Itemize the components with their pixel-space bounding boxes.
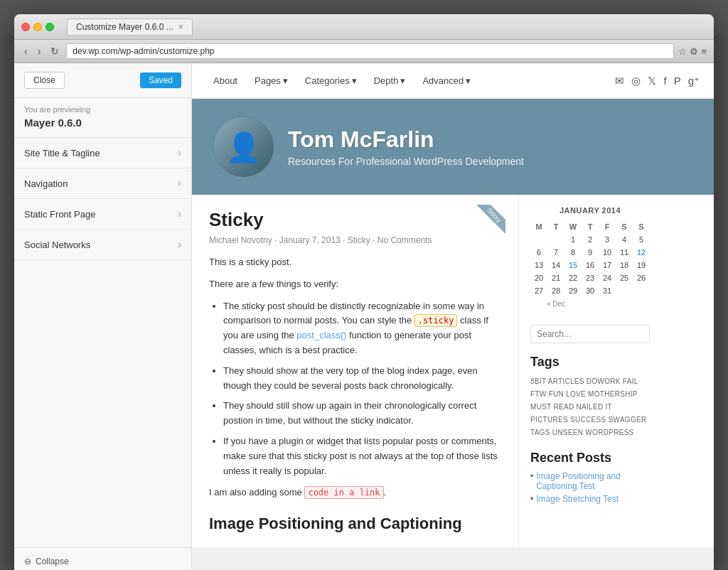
tab-title: Customize Mayer 0.6.0 ... xyxy=(76,22,173,32)
recent-posts-widget: Recent Posts • Image Positioning and Cap… xyxy=(530,451,650,504)
pinterest-icon[interactable]: P xyxy=(674,75,681,87)
sidebar-item-static-front-page[interactable]: Static Front Page › xyxy=(14,199,191,230)
back-button[interactable]: ‹ xyxy=(21,44,31,58)
post-verify-label: There are a few things to verify: xyxy=(209,277,501,292)
forward-button[interactable]: › xyxy=(35,44,44,58)
list-item: They should still show up again in their… xyxy=(223,399,501,429)
sticky-badge-wrap: Sticky Sticky xyxy=(209,209,501,231)
bullet-icon: • xyxy=(530,494,533,504)
avatar-image xyxy=(213,117,274,177)
nav-link-depth[interactable]: Depth ▾ xyxy=(367,70,413,92)
saved-badge: Saved xyxy=(140,72,181,88)
tags-list: 8BIT ARTICLES DOWORK FAIL FTW FUN LOVE M… xyxy=(530,375,650,439)
previewing-label: You are previewing xyxy=(14,98,191,117)
cal-header: M xyxy=(530,220,547,233)
calendar-row: 12345 xyxy=(530,233,650,246)
close-button[interactable]: Close xyxy=(24,72,65,89)
refresh-button[interactable]: ↻ xyxy=(48,44,62,58)
site-nav-links: About Pages ▾ Categories ▾ Depth ▾ Adva xyxy=(206,70,478,92)
tags-widget: Tags 8BIT ARTICLES DOWORK FAIL FTW FUN L… xyxy=(530,355,650,439)
sidebar-item-site-title[interactable]: Site Title & Tagline › xyxy=(14,138,191,168)
site-tagline: Resources For Professional WordPress Dev… xyxy=(288,156,524,167)
email-icon[interactable]: ✉ xyxy=(615,75,624,87)
recent-post-item[interactable]: • Image Stretching Test xyxy=(530,494,650,504)
calendar-widget: JANUARY 2014 M T W T F S S xyxy=(530,206,650,311)
traffic-lights xyxy=(21,23,54,31)
customizer-sidebar: Close Saved You are previewing Mayer 0.6… xyxy=(14,63,192,570)
hero-text: Tom McFarlin Resources For Professional … xyxy=(288,127,524,167)
googleplus-icon[interactable]: g⁺ xyxy=(688,75,700,87)
chevron-right-icon: › xyxy=(178,177,181,190)
right-sidebar: JANUARY 2014 M T W T F S S xyxy=(519,195,661,547)
site-nav-social-icons: ✉ ◎ 𝕏 f P g⁺ xyxy=(615,75,700,87)
bullet-icon: • xyxy=(530,471,533,481)
nav-link-about[interactable]: About xyxy=(206,70,245,92)
close-window-button[interactable] xyxy=(21,23,30,31)
recent-post-item[interactable]: • Image Positioning and Captioning Test xyxy=(530,471,650,491)
collapse-label: Collapse xyxy=(36,556,69,566)
site-title: Tom McFarlin xyxy=(288,127,524,153)
site-nav: About Pages ▾ Categories ▾ Depth ▾ Adva xyxy=(192,63,714,99)
tab-close-button[interactable]: ✕ xyxy=(178,23,183,31)
code-link[interactable]: code in a link xyxy=(304,486,383,499)
twitter-icon[interactable]: 𝕏 xyxy=(648,75,656,87)
avatar xyxy=(213,117,274,177)
cal-header: S xyxy=(633,220,650,233)
post-meta: Michael Novotny · January 7, 2013 · Stic… xyxy=(209,235,501,245)
calendar-header-row: M T W T F S S xyxy=(530,220,650,233)
post-title: Sticky xyxy=(209,209,501,231)
chevron-down-icon: ▾ xyxy=(352,75,357,86)
calendar-row: 13141516171819 xyxy=(530,259,650,271)
calendar-prev-nav[interactable]: « Dec xyxy=(530,297,582,311)
sticky-corner-wrap: Sticky xyxy=(470,205,505,240)
facebook-icon[interactable]: f xyxy=(663,75,666,87)
chevron-right-icon: › xyxy=(178,208,181,220)
sidebar-item-label: Site Title & Tagline xyxy=(24,148,100,158)
chevron-down-icon: ▾ xyxy=(466,75,471,86)
code-outro: I am also adding some code in a link. xyxy=(209,485,501,500)
collapse-icon: ⊖ xyxy=(24,556,31,566)
list-item: If you have a plugin or widget that list… xyxy=(223,434,501,478)
calendar-table: M T W T F S S xyxy=(530,220,650,311)
address-bar[interactable]: dev.wp.com/wp-admin/customize.php xyxy=(66,43,674,59)
sidebar-item-social-networks[interactable]: Social Networks › xyxy=(14,230,191,260)
sidebar-item-label: Navigation xyxy=(24,178,68,189)
chevron-down-icon: ▾ xyxy=(400,75,405,86)
post-class-link[interactable]: post_class() xyxy=(296,330,346,340)
sidebar-item-navigation[interactable]: Navigation › xyxy=(14,168,191,199)
nav-link-advanced[interactable]: Advanced ▾ xyxy=(415,70,478,92)
recent-post-link[interactable]: Image Stretching Test xyxy=(536,494,619,504)
menu-icon[interactable]: ≡ xyxy=(701,46,707,57)
main-content: Sticky Sticky Michael Novotny · January … xyxy=(192,195,519,547)
minimize-window-button[interactable] xyxy=(33,23,42,31)
bookmark-icon[interactable]: ☆ xyxy=(678,46,687,57)
list-item: They should show at the very top of the … xyxy=(223,364,501,394)
nav-link-pages[interactable]: Pages ▾ xyxy=(247,70,295,92)
calendar-today[interactable]: 12 xyxy=(633,246,650,259)
tags-title: Tags xyxy=(530,355,650,370)
preview-area: About Pages ▾ Categories ▾ Depth ▾ Adva xyxy=(192,63,714,570)
list-item: The sticky post should be distinctly rec… xyxy=(223,299,501,358)
recent-post-link[interactable]: Image Positioning and Captioning Test xyxy=(536,471,650,491)
collapse-button[interactable]: ⊖ Collapse xyxy=(14,547,191,570)
post-body: This is a sticky post. There are a few t… xyxy=(209,255,501,500)
calendar-next-nav xyxy=(599,297,650,311)
nav-link-categories[interactable]: Categories ▾ xyxy=(298,70,364,92)
sidebar-item-label: Static Front Page xyxy=(24,209,95,220)
tools-icon[interactable]: ⚙ xyxy=(690,46,698,57)
cal-header: T xyxy=(582,220,599,233)
calendar-row: 2728293031 xyxy=(530,284,650,297)
browser-titlebar: Customize Mayer 0.6.0 ... ✕ xyxy=(14,14,714,40)
browser-tab[interactable]: Customize Mayer 0.6.0 ... ✕ xyxy=(67,18,193,36)
sidebar-item-label: Social Networks xyxy=(24,240,90,250)
chevron-right-icon: › xyxy=(178,146,181,159)
calendar-title: JANUARY 2014 xyxy=(530,206,650,215)
chevron-down-icon: ▾ xyxy=(283,75,288,86)
content-area: Sticky Sticky Michael Novotny · January … xyxy=(192,195,714,547)
cal-header: F xyxy=(599,220,616,233)
rss-icon[interactable]: ◎ xyxy=(631,75,641,87)
search-input[interactable] xyxy=(530,325,650,343)
post-meta-text: Michael Novotny · January 7, 2013 · Stic… xyxy=(209,235,432,245)
fullscreen-window-button[interactable] xyxy=(46,23,54,31)
sidebar-header: Close Saved xyxy=(14,63,191,98)
